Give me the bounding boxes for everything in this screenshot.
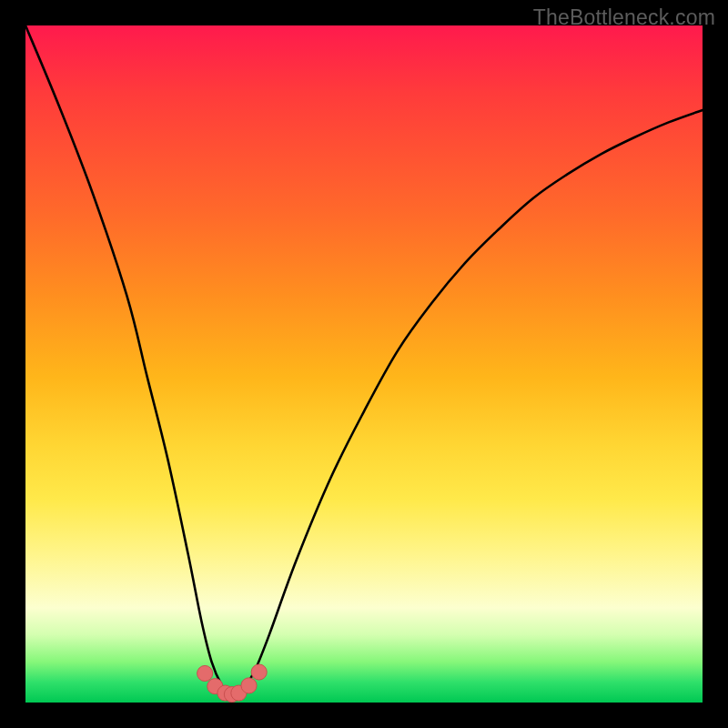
bottleneck-curve	[25, 25, 703, 693]
valley-marker	[241, 678, 257, 693]
chart-svg	[25, 25, 703, 703]
valley-marker	[251, 664, 267, 680]
valley-marker	[197, 665, 213, 681]
chart-frame: TheBottleneck.com	[0, 0, 728, 728]
valley-markers-group	[197, 664, 268, 703]
watermark-text: TheBottleneck.com	[533, 5, 715, 30]
chart-plot-area	[25, 25, 703, 703]
